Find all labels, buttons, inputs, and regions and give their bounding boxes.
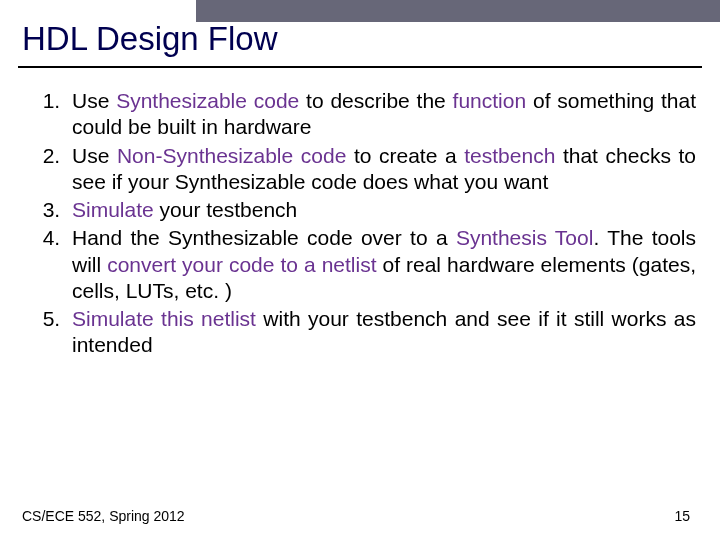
emphasis: Non-Synthesizable code bbox=[117, 144, 346, 167]
footer-course: CS/ECE 552, Spring 2012 bbox=[22, 508, 185, 524]
slide: HDL Design Flow Use Synthesizable code t… bbox=[0, 0, 720, 540]
list-item: Simulate your testbench bbox=[66, 197, 696, 223]
slide-title: HDL Design Flow bbox=[22, 20, 278, 58]
list-item: Hand the Synthesizable code over to a Sy… bbox=[66, 225, 696, 304]
emphasis: Synthesizable code bbox=[116, 89, 299, 112]
text: to create a bbox=[346, 144, 464, 167]
text: Use bbox=[72, 144, 117, 167]
slide-body: Use Synthesizable code to describe the f… bbox=[34, 88, 696, 359]
text: your testbench bbox=[154, 198, 298, 221]
title-underline bbox=[18, 66, 702, 68]
emphasis: convert your code to a netlist bbox=[107, 253, 376, 276]
emphasis: testbench bbox=[464, 144, 555, 167]
emphasis: function bbox=[453, 89, 527, 112]
text: Use bbox=[72, 89, 116, 112]
emphasis: Simulate this netlist bbox=[72, 307, 256, 330]
emphasis: Simulate bbox=[72, 198, 154, 221]
ordered-list: Use Synthesizable code to describe the f… bbox=[34, 88, 696, 359]
emphasis: Synthesis Tool bbox=[456, 226, 594, 249]
footer-page-number: 15 bbox=[674, 508, 690, 524]
decorative-top-bar bbox=[196, 0, 720, 22]
list-item: Use Non-Synthesizable code to create a t… bbox=[66, 143, 696, 196]
list-item: Simulate this netlist with your testbenc… bbox=[66, 306, 696, 359]
text: to describe the bbox=[299, 89, 452, 112]
list-item: Use Synthesizable code to describe the f… bbox=[66, 88, 696, 141]
text: Hand the Synthesizable code over to a bbox=[72, 226, 456, 249]
